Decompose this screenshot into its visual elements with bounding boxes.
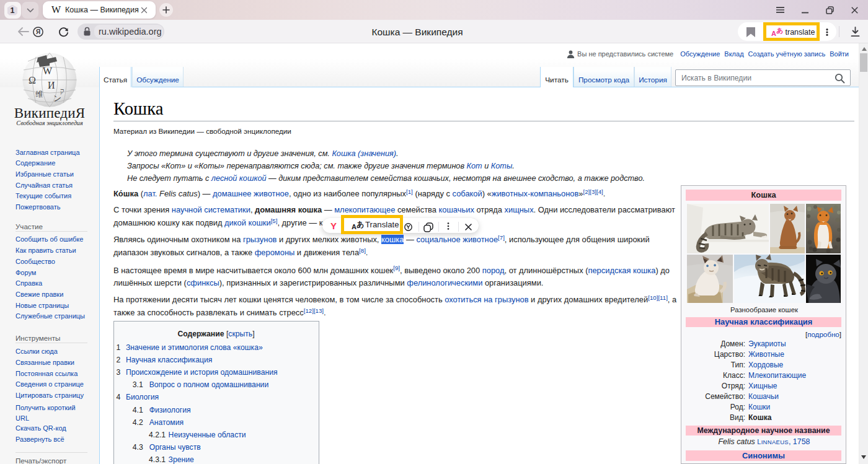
svg-text:A: A (352, 223, 356, 230)
svg-text:ק: ק (60, 87, 64, 95)
svg-text:あ: あ (776, 27, 783, 34)
svg-text:あ: あ (356, 220, 364, 229)
svg-text:A: A (771, 30, 776, 37)
svg-text:И: И (48, 80, 55, 90)
svg-text:维: 维 (35, 90, 43, 98)
svg-text:Y: Y (330, 221, 337, 230)
svg-text:Я: Я (36, 28, 40, 35)
svg-text:Ω: Ω (29, 75, 36, 85)
svg-text:W: W (43, 66, 53, 76)
